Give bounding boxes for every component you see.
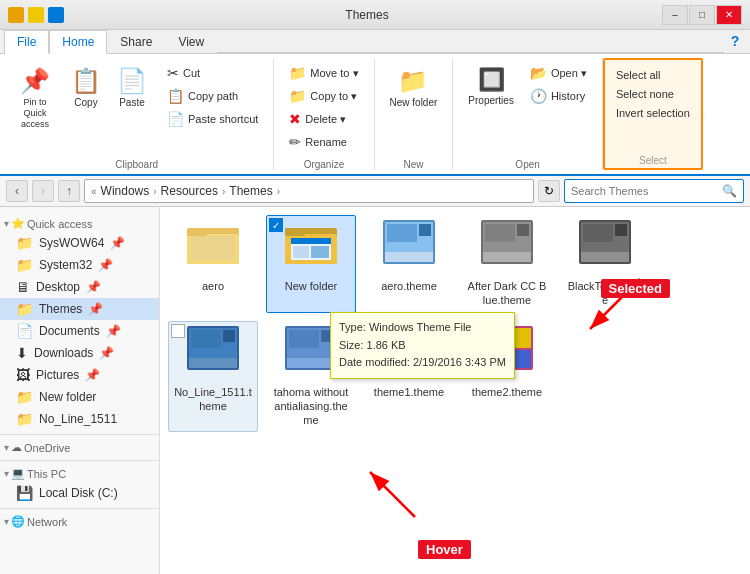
svg-rect-28 <box>189 358 237 368</box>
ribbon: 📌 Pin to Quick access 📋 Copy 📄 Paste ✂ C… <box>0 54 750 176</box>
network-header[interactable]: ▾ 🌐 Network <box>0 513 159 530</box>
delete-button[interactable]: ✖ Delete ▾ <box>282 108 365 130</box>
search-icon: 🔍 <box>722 184 737 198</box>
forward-button[interactable]: › <box>32 180 54 202</box>
maximize-button[interactable]: □ <box>689 5 715 25</box>
minimize-button[interactable]: – <box>662 5 688 25</box>
tab-file[interactable]: File <box>4 30 49 54</box>
noline-checkbox[interactable] <box>171 324 185 338</box>
open-label: Open ▾ <box>551 67 587 80</box>
file-item-noline-theme[interactable]: No_Line_1511.theme <box>168 321 258 433</box>
copy-button[interactable]: 📋 Copy <box>64 62 108 113</box>
properties-label: Properties <box>468 95 514 106</box>
open-group: 🔲 Properties 📂 Open ▾ 🕐 History Open <box>453 58 603 170</box>
history-button[interactable]: 🕐 History <box>523 85 594 107</box>
up-button[interactable]: ↑ <box>58 180 80 202</box>
cut-icon: ✂ <box>167 65 179 81</box>
refresh-button[interactable]: ↻ <box>538 180 560 202</box>
system32-label: System32 <box>39 258 92 272</box>
onedrive-header[interactable]: ▾ ☁ OneDrive <box>0 439 159 456</box>
path-themes[interactable]: Themes <box>229 184 272 198</box>
search-input[interactable] <box>571 185 718 197</box>
search-box[interactable]: 🔍 <box>564 179 744 203</box>
address-path[interactable]: « Windows › Resources › Themes › <box>84 179 534 203</box>
thispc-section: ▾ 💻 This PC 💾 Local Disk (C:) <box>0 465 159 504</box>
back-button[interactable]: ‹ <box>6 180 28 202</box>
theme1-label: theme1.theme <box>374 385 444 399</box>
sidebar-item-new-folder[interactable]: 📁 New folder <box>0 386 159 408</box>
open-small-group: 📂 Open ▾ 🕐 History <box>523 62 594 107</box>
new-folder-button[interactable]: 📁 New folder <box>383 62 445 113</box>
tooltip-date: Date modified: 2/19/2016 3:43 PM <box>339 354 506 372</box>
open-buttons: 🔲 Properties 📂 Open ▾ 🕐 History <box>461 58 594 157</box>
downloads-label: Downloads <box>34 346 93 360</box>
pictures-label: Pictures <box>36 368 79 382</box>
file-item-afterdark[interactable]: After Dark CC Blue.theme <box>462 215 552 313</box>
copy-path-button[interactable]: 📋 Copy path <box>160 85 265 107</box>
sidebar-divider-1 <box>0 434 159 435</box>
sidebar-item-downloads[interactable]: ⬇ Downloads 📌 <box>0 342 159 364</box>
thispc-label: This PC <box>27 468 66 480</box>
new-folder-sidebar-icon: 📁 <box>16 389 33 405</box>
svg-rect-24 <box>583 224 613 242</box>
help-button[interactable]: ? <box>724 30 746 52</box>
delete-label: Delete ▾ <box>305 113 346 126</box>
network-section: ▾ 🌐 Network <box>0 513 159 530</box>
copy-to-button[interactable]: 📁 Copy to ▾ <box>282 85 365 107</box>
tab-home[interactable]: Home <box>49 30 107 54</box>
themes-label: Themes <box>39 302 82 316</box>
history-label: History <box>551 90 585 102</box>
network-label: Network <box>27 516 67 528</box>
pin-label: Pin to Quick access <box>15 97 55 129</box>
paste-button[interactable]: 📄 Paste <box>110 62 154 113</box>
pin-system32: 📌 <box>98 258 113 272</box>
file-item-aero-theme[interactable]: aero.theme <box>364 215 454 313</box>
tooltip-size: Size: 1.86 KB <box>339 337 506 355</box>
new-folder-checkbox[interactable]: ✓ <box>269 218 283 232</box>
window-title: Themes <box>72 8 662 22</box>
file-area[interactable]: aero ✓ New folder <box>160 207 750 574</box>
selected-annotation: Selected <box>601 279 670 298</box>
file-item-new-folder[interactable]: ✓ New folder <box>266 215 356 313</box>
organize-label: Organize <box>304 157 345 170</box>
svg-rect-9 <box>293 246 309 258</box>
sidebar-item-documents[interactable]: 📄 Documents 📌 <box>0 320 159 342</box>
tab-share[interactable]: Share <box>107 30 165 53</box>
close-button[interactable]: ✕ <box>716 5 742 25</box>
open-button[interactable]: 📂 Open ▾ <box>523 62 594 84</box>
paste-shortcut-button[interactable]: 📄 Paste shortcut <box>160 108 265 130</box>
svg-rect-30 <box>223 330 235 342</box>
invert-selection-button[interactable]: Invert selection <box>609 104 697 122</box>
new-label: New <box>403 157 423 170</box>
cut-button[interactable]: ✂ Cut <box>160 62 265 84</box>
file-item-aero[interactable]: aero <box>168 215 258 313</box>
path-resources[interactable]: Resources <box>161 184 218 198</box>
svg-rect-8 <box>291 238 331 244</box>
thispc-header[interactable]: ▾ 💻 This PC <box>0 465 159 482</box>
quick-access-header[interactable]: ▾ ⭐ Quick access <box>0 215 159 232</box>
move-to-button[interactable]: 📁 Move to ▾ <box>282 62 365 84</box>
sidebar-item-themes[interactable]: 📁 Themes 📌 <box>0 298 159 320</box>
pin-quick-access-button[interactable]: 📌 Pin to Quick access <box>8 62 62 134</box>
localdisk-icon: 💾 <box>16 485 33 501</box>
properties-button[interactable]: 🔲 Properties <box>461 62 521 111</box>
sidebar-item-localdisk[interactable]: 💾 Local Disk (C:) <box>0 482 159 504</box>
path-windows[interactable]: Windows <box>101 184 150 198</box>
rename-button[interactable]: ✏ Rename <box>282 131 365 153</box>
properties-icon: 🔲 <box>478 67 505 93</box>
sidebar-item-desktop[interactable]: 🖥 Desktop 📌 <box>0 276 159 298</box>
clipboard-buttons: 📌 Pin to Quick access 📋 Copy 📄 Paste ✂ C… <box>8 58 265 157</box>
select-all-button[interactable]: Select all <box>609 66 697 84</box>
aero-theme-icon <box>383 220 435 275</box>
sidebar-item-syswow64[interactable]: 📁 SysWOW64 📌 <box>0 232 159 254</box>
sidebar-item-noline[interactable]: 📁 No_Line_1511 <box>0 408 159 430</box>
tab-view[interactable]: View <box>165 30 217 53</box>
sidebar-item-system32[interactable]: 📁 System32 📌 <box>0 254 159 276</box>
quick-access-label: Quick access <box>27 218 92 230</box>
organize-small-group: 📁 Move to ▾ 📁 Copy to ▾ ✖ Delete ▾ ✏ Ren… <box>282 62 365 153</box>
sidebar-item-pictures[interactable]: 🖼 Pictures 📌 <box>0 364 159 386</box>
onedrive-label: OneDrive <box>24 442 70 454</box>
select-none-button[interactable]: Select none <box>609 85 697 103</box>
afterdark-label: After Dark CC Blue.theme <box>467 279 547 308</box>
svg-rect-25 <box>615 224 627 236</box>
